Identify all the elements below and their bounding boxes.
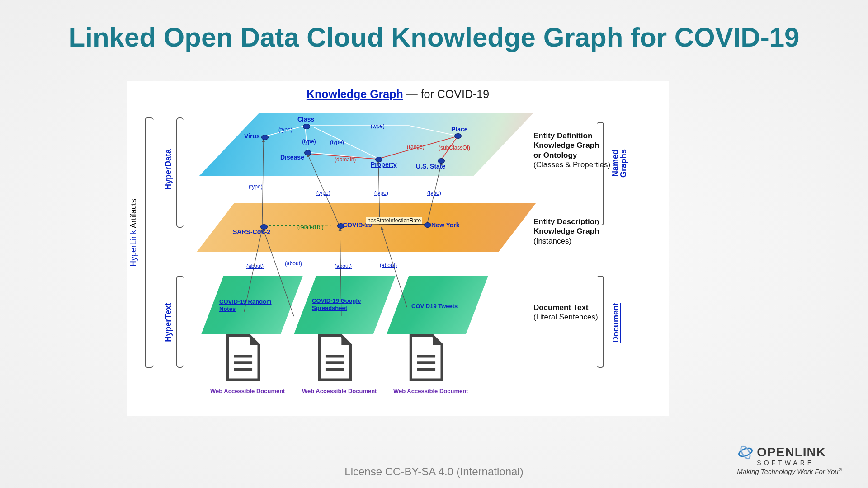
edge-type-v4: type <box>427 190 441 196</box>
edge-type-v2: type <box>316 190 330 196</box>
doc-link-3[interactable]: Web Accessible Document <box>393 388 468 394</box>
edge-type-1: type <box>278 127 292 133</box>
green-label-3[interactable]: COVID19 Tweets <box>411 303 458 310</box>
brand-sub: SOFTWARE <box>757 459 842 466</box>
edge-about-2: about <box>285 260 302 267</box>
green-label-1[interactable]: COVID-19 Random Notes <box>219 298 278 312</box>
diagram-title-suffix: — for COVID-19 <box>403 88 489 100</box>
edge-relatedto: relatedTo <box>297 224 323 230</box>
node-ny-dot <box>424 222 431 228</box>
axis-hypertext[interactable]: HyperText <box>164 303 173 342</box>
edge-about-3: about <box>335 263 352 269</box>
bracket-hyperlink <box>145 117 154 368</box>
node-class-dot <box>303 124 310 129</box>
axis-document[interactable]: Document <box>611 303 621 343</box>
doc-link-1[interactable]: Web Accessible Document <box>210 388 285 394</box>
edge-about-4: about <box>380 262 397 268</box>
brand-logo: OPENLINK SOFTWARE Making Technology Work… <box>737 444 842 475</box>
svg-point-29 <box>738 447 753 458</box>
axis-hyperlink-artifacts: HyperLink Artifacts <box>129 199 138 267</box>
plane-ontology <box>199 113 533 176</box>
document-icon-2 <box>316 334 354 382</box>
green-label-2[interactable]: COVID-19 Google Spreadsheet <box>312 297 362 311</box>
edge-range: range <box>407 144 425 150</box>
brand-tagline: Making Technology Work For You® <box>737 467 842 475</box>
node-usstate[interactable]: U.S. State <box>416 163 445 170</box>
bracket-hypertext <box>176 276 184 368</box>
edge-type-4: type <box>371 123 385 129</box>
node-property[interactable]: Property <box>371 161 397 168</box>
edge-type-v1: type <box>249 183 263 190</box>
node-class[interactable]: Class <box>297 116 314 123</box>
document-icon-1 <box>224 334 263 382</box>
axis-named-graphs[interactable]: NamedGraphs <box>611 149 627 178</box>
edge-type-3: type <box>330 139 344 145</box>
diagram-title: Knowledge Graph — for COVID-19 <box>127 88 669 101</box>
node-virus-dot <box>261 135 269 140</box>
node-disease-dot <box>304 150 311 155</box>
node-place[interactable]: Place <box>451 126 468 133</box>
desc-instances: Entity Description Knowledge Graph (Inst… <box>533 217 599 246</box>
node-place-dot <box>454 133 462 139</box>
openlink-icon <box>737 444 754 461</box>
node-sars[interactable]: SARS-CoV-2 <box>233 228 270 235</box>
doc-link-2[interactable]: Web Accessible Document <box>302 388 377 394</box>
document-icon-3 <box>407 334 446 382</box>
edge-about-1: about <box>246 263 264 269</box>
hyperlink-link[interactable]: HyperLink <box>129 230 138 267</box>
edge-type-2: type <box>302 138 316 145</box>
axis-hyperdata[interactable]: HyperData <box>164 149 173 190</box>
edge-domain: domain <box>335 156 356 163</box>
edge-type-v3: type <box>374 190 388 196</box>
bracket-hyperdata <box>176 117 184 228</box>
desc-ontology: Entity Definition Knowledge Graph or Ont… <box>533 131 610 169</box>
node-virus[interactable]: Virus <box>244 132 260 140</box>
knowledge-graph-link[interactable]: Knowledge Graph <box>307 88 403 100</box>
page-title: Linked Open Data Cloud Knowledge Graph f… <box>0 22 868 53</box>
desc-document: Document Text (Literal Sentences) <box>533 303 598 322</box>
edge-subclassof: subClassOf <box>439 145 470 151</box>
brand-name: OPENLINK <box>757 445 826 460</box>
edge-hasstate: hasStateInfectionRate <box>366 217 422 224</box>
knowledge-graph-diagram: Knowledge Graph — for COVID-19 HyperLink… <box>127 81 669 416</box>
node-disease[interactable]: Disease <box>280 154 304 161</box>
node-ny[interactable]: New York <box>431 221 460 229</box>
svg-point-30 <box>739 445 752 460</box>
